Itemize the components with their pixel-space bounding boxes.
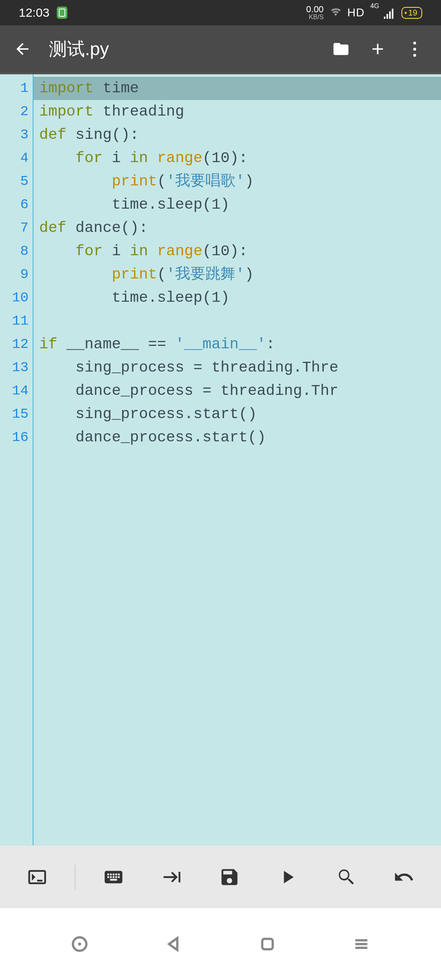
code-line[interactable]: print('我要跳舞') (39, 263, 441, 286)
code-line[interactable]: dance_process = threading.Thr (39, 379, 441, 403)
code-line[interactable]: print('我要唱歌') (39, 170, 441, 193)
terminal-button[interactable] (17, 861, 58, 893)
square-icon (258, 935, 276, 953)
tab-right-icon (161, 866, 182, 888)
line-number: 14 (0, 379, 29, 403)
code-area[interactable]: import timeimport threadingdef sing(): f… (33, 74, 441, 845)
keyboard-button[interactable] (93, 861, 134, 893)
save-button[interactable] (209, 861, 250, 893)
folder-button[interactable] (323, 31, 359, 67)
line-number: 13 (0, 356, 29, 379)
line-number: 12 (0, 333, 29, 356)
back-button[interactable] (8, 35, 37, 63)
line-number: 3 (0, 123, 29, 147)
code-line[interactable]: dance_process.start() (39, 426, 441, 449)
triangle-left-icon (165, 935, 183, 953)
line-number: 8 (0, 240, 29, 263)
code-line[interactable]: sing_process.start() (39, 403, 441, 426)
terminal-icon (27, 866, 48, 888)
svg-point-1 (78, 942, 81, 945)
tab-button[interactable] (151, 861, 192, 893)
line-gutter: 12345678910111213141516 (0, 74, 33, 845)
divider (75, 865, 76, 889)
code-line[interactable] (39, 310, 441, 333)
arrow-left-icon (13, 40, 31, 58)
bottom-toolbar (0, 845, 441, 908)
status-right: 0.00 KB/S HD 4G 19 (306, 5, 422, 20)
more-button[interactable] (396, 31, 433, 67)
charging-icon (57, 7, 67, 19)
save-icon (219, 866, 240, 888)
code-line[interactable]: import time (33, 77, 441, 100)
keyboard-icon (103, 866, 124, 888)
line-number: 16 (0, 426, 29, 449)
more-vert-icon (413, 42, 416, 57)
code-line[interactable]: for i in range(10): (39, 240, 441, 263)
code-editor[interactable]: 12345678910111213141516 import timeimpor… (0, 73, 441, 845)
code-line[interactable]: for i in range(10): (39, 147, 441, 170)
system-nav-bar (0, 908, 441, 980)
line-number: 10 (0, 286, 29, 310)
undo-icon (393, 866, 414, 888)
hd-indicator: HD (347, 6, 365, 19)
line-number: 9 (0, 263, 29, 286)
menu-icon (352, 935, 370, 953)
status-bar: 12:03 0.00 KB/S HD 4G 19 (0, 0, 441, 25)
line-number: 4 (0, 147, 29, 170)
app-header: 测试.py (0, 25, 441, 73)
search-button[interactable] (325, 861, 366, 893)
speed-unit: KB/S (306, 14, 324, 20)
signal-icon: 4G (370, 6, 396, 20)
undo-button[interactable] (383, 861, 424, 893)
line-number: 11 (0, 310, 29, 333)
plus-icon (369, 40, 387, 58)
network-speed: 0.00 KB/S (306, 5, 324, 20)
line-number: 5 (0, 170, 29, 193)
line-number: 2 (0, 100, 29, 123)
file-title: 测试.py (49, 37, 323, 61)
svg-rect-2 (262, 939, 273, 949)
play-icon (277, 866, 298, 888)
new-file-button[interactable] (359, 31, 396, 67)
code-line[interactable]: time.sleep(1) (39, 286, 441, 310)
code-line[interactable]: import threading (39, 100, 441, 123)
nav-menu-button[interactable] (341, 928, 382, 960)
code-line[interactable]: if __name__ == '__main__': (39, 333, 441, 356)
code-line[interactable]: def sing(): (39, 123, 441, 147)
code-line[interactable]: sing_process = threading.Thre (39, 356, 441, 379)
search-icon (335, 866, 356, 888)
status-time: 12:03 (19, 6, 49, 20)
code-line[interactable]: def dance(): (39, 216, 441, 240)
nav-recent-button[interactable] (59, 928, 100, 960)
code-line[interactable]: time.sleep(1) (39, 193, 441, 216)
circle-dot-icon (71, 935, 89, 953)
line-number: 15 (0, 403, 29, 426)
battery-level: 19 (408, 8, 417, 18)
run-button[interactable] (267, 861, 308, 893)
nav-back-button[interactable] (153, 928, 194, 960)
line-number: 7 (0, 216, 29, 240)
folder-icon (332, 40, 350, 58)
speed-value: 0.00 (306, 5, 324, 14)
signal-gen: 4G (370, 2, 379, 9)
wifi-icon (330, 6, 342, 19)
line-number: 6 (0, 193, 29, 216)
line-number: 1 (0, 77, 29, 100)
battery-indicator: 19 (401, 7, 422, 19)
nav-home-button[interactable] (247, 928, 288, 960)
